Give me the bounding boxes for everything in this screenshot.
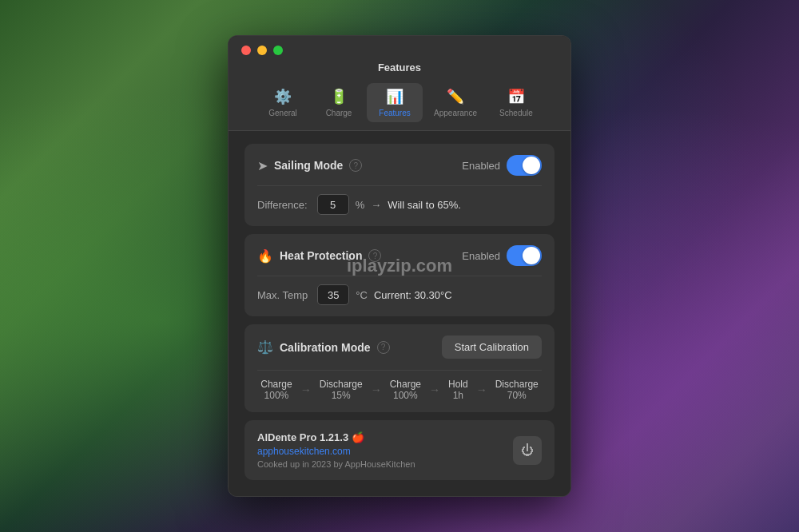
app-window: Features ⚙️ General 🔋 Charge 📊 Features …: [228, 35, 571, 497]
app-name: AlDente Pro 1.21.3 🍎: [257, 431, 415, 443]
calibration-icon: ⚖️: [257, 339, 273, 355]
cal-step-5: Discharge 70%: [495, 379, 539, 401]
cal-step-3: Charge 100%: [390, 379, 421, 401]
tab-charge-label: Charge: [326, 109, 352, 117]
difference-input[interactable]: [317, 194, 349, 215]
heat-protection-help[interactable]: ?: [368, 249, 381, 262]
cal-step-5-val: 70%: [507, 390, 527, 401]
heat-protection-header: 🔥 Heat Protection ? Enabled: [257, 245, 542, 266]
cal-step-1-val: 100%: [264, 390, 289, 401]
cal-step-2: Discharge 15%: [320, 379, 363, 401]
temp-unit: °C: [356, 289, 368, 301]
sailing-mode-status-group: Enabled: [462, 155, 542, 176]
window-title: Features: [378, 62, 421, 73]
sailing-mode-sub-row: Difference: % → Will sail to 65%.: [257, 185, 542, 215]
sailing-mode-title: Sailing Mode: [274, 159, 343, 172]
sailing-mode-title-group: ➤ Sailing Mode ?: [257, 158, 362, 173]
schedule-icon: 📅: [507, 88, 525, 105]
cal-step-2-name: Discharge: [320, 379, 363, 390]
heat-protection-toggle[interactable]: [507, 245, 542, 266]
calibration-title: Calibration Mode: [280, 341, 371, 354]
calibration-section: ⚖️ Calibration Mode ? Start Calibration …: [244, 324, 555, 412]
heat-protection-status: Enabled: [462, 250, 500, 262]
cal-step-4-name: Hold: [448, 379, 468, 390]
cal-step-2-val: 15%: [332, 390, 351, 401]
cal-step-3-val: 100%: [393, 390, 418, 401]
footer-info: AlDente Pro 1.21.3 🍎 apphousekitchen.com…: [257, 431, 415, 469]
heat-protection-title-group: 🔥 Heat Protection ?: [257, 248, 381, 264]
sail-arrow: →: [371, 199, 381, 211]
sailing-mode-header: ➤ Sailing Mode ? Enabled: [257, 155, 542, 176]
heat-protection-sub-row: Max. Temp °C Current: 30.30°C: [257, 276, 542, 305]
calibration-flow: Charge 100% → Discharge 15% → Charge 100…: [257, 370, 542, 401]
cal-step-1-name: Charge: [260, 379, 292, 390]
cal-step-5-name: Discharge: [495, 379, 539, 390]
cal-arrow-1: →: [300, 383, 312, 396]
tab-schedule[interactable]: 📅 Schedule: [488, 83, 544, 122]
sailing-mode-section: ➤ Sailing Mode ? Enabled Difference: % →…: [244, 144, 555, 226]
sailing-mode-toggle-knob: [523, 157, 540, 174]
tab-features-label: Features: [379, 109, 410, 117]
maximize-button[interactable]: [273, 46, 283, 55]
sailing-icon: ➤: [257, 158, 268, 173]
heat-protection-status-group: Enabled: [462, 245, 542, 266]
app-credit: Cooked up in 2023 by AppHouseKitchen: [257, 459, 415, 469]
sailing-mode-help[interactable]: ?: [349, 159, 362, 172]
max-temp-label: Max. Temp: [257, 289, 308, 301]
footer: AlDente Pro 1.21.3 🍎 apphousekitchen.com…: [244, 420, 555, 480]
difference-unit: %: [356, 199, 365, 211]
cal-arrow-4: →: [476, 383, 487, 396]
cal-step-4-val: 1h: [453, 390, 463, 401]
cal-step-4: Hold 1h: [448, 379, 468, 401]
cal-arrow-2: →: [371, 383, 382, 396]
difference-label: Difference:: [257, 199, 308, 211]
heat-icon: 🔥: [257, 248, 273, 264]
app-link[interactable]: apphousekitchen.com: [257, 446, 351, 457]
features-icon: 📊: [386, 88, 403, 105]
content-area: ➤ Sailing Mode ? Enabled Difference: % →…: [229, 131, 570, 496]
tab-general[interactable]: ⚙️ General: [255, 83, 311, 122]
current-temp: Current: 30.30°C: [374, 289, 452, 301]
calibration-header: ⚖️ Calibration Mode ? Start Calibration: [257, 335, 542, 359]
max-temp-input[interactable]: [317, 284, 349, 305]
close-button[interactable]: [241, 46, 251, 55]
cal-step-1: Charge 100%: [260, 379, 292, 401]
sailing-mode-status: Enabled: [462, 160, 500, 172]
sailing-mode-toggle[interactable]: [507, 155, 542, 176]
cal-arrow-3: →: [429, 383, 440, 396]
calibration-title-group: ⚖️ Calibration Mode ?: [257, 339, 390, 355]
appearance-icon: ✏️: [447, 88, 464, 105]
tab-charge[interactable]: 🔋 Charge: [311, 83, 367, 122]
minimize-button[interactable]: [257, 46, 267, 55]
tab-schedule-label: Schedule: [499, 109, 533, 117]
power-icon: ⏻: [521, 443, 534, 458]
calibration-help[interactable]: ?: [377, 341, 390, 354]
tab-appearance[interactable]: ✏️ Appearance: [423, 83, 488, 122]
tab-features[interactable]: 📊 Features: [367, 83, 423, 122]
tab-appearance-label: Appearance: [434, 109, 477, 117]
traffic-lights: [241, 46, 283, 55]
cal-step-3-name: Charge: [390, 379, 421, 390]
heat-protection-title: Heat Protection: [280, 249, 362, 262]
start-calibration-button[interactable]: Start Calibration: [442, 335, 542, 359]
charge-icon: 🔋: [330, 88, 348, 105]
heat-protection-section: 🔥 Heat Protection ? Enabled Max. Temp °C…: [244, 234, 555, 316]
tab-general-label: General: [268, 109, 297, 117]
general-icon: ⚙️: [274, 88, 292, 105]
tab-bar: ⚙️ General 🔋 Charge 📊 Features ✏️ Appear…: [247, 83, 552, 130]
title-bar: Features ⚙️ General 🔋 Charge 📊 Features …: [229, 36, 570, 131]
power-button[interactable]: ⏻: [513, 436, 542, 465]
sail-result-text: Will sail to 65%.: [388, 199, 461, 211]
heat-protection-toggle-knob: [523, 247, 540, 264]
